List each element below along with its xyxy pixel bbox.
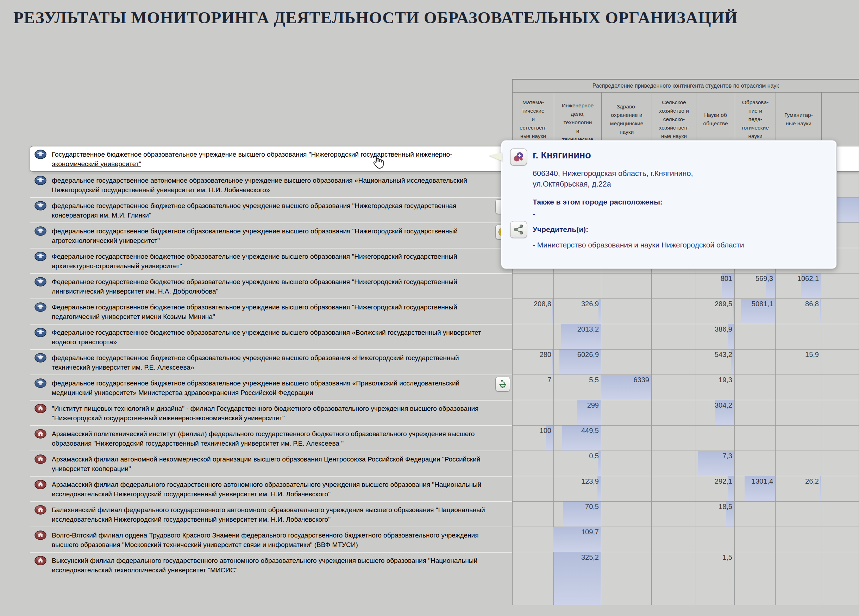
value-cell: 18,5 [696,501,735,527]
cell-value: 7,3 [722,452,732,460]
org-link[interactable]: Федеральное государственное бюджетное об… [52,253,457,270]
org-name-cell: Волго-Вятский филиал ордена Трудового Кр… [30,527,512,552]
value-cell [735,324,776,349]
org-link[interactable]: Государственное бюджетное образовательно… [52,151,452,168]
value-cell [776,324,822,349]
value-cell [822,349,859,374]
org-link[interactable]: Арзамасский филиал федерального государс… [52,481,481,498]
org-link[interactable]: федеральное государственное автономное о… [52,177,467,193]
org-link[interactable]: Выксунский филиал федерального государст… [52,557,477,574]
value-cell [652,400,696,425]
value-cell: 6026,9 [554,349,601,374]
org-link[interactable]: Федеральное государственное бюджетное об… [52,303,457,320]
university-icon [34,201,47,211]
value-cell [512,324,554,349]
value-cell: 1,5 [696,552,735,605]
org-name-cell: Балахнинский филиал федерального государ… [30,501,512,527]
value-cell [822,425,859,451]
cell-value: 0,5 [589,452,599,460]
founders-icon[interactable] [510,221,527,238]
org-link[interactable]: Федеральное государственное бюджетное об… [52,329,481,346]
value-cell [601,476,652,501]
med-icon[interactable] [495,377,510,391]
cell-value: 386,9 [715,325,732,333]
branch-icon [34,454,47,464]
value-cell [735,501,776,527]
cell-value: 19,3 [718,376,732,384]
org-name-cell: Арзамасский филиал автономной некоммерче… [30,451,512,476]
value-cell: 6339 [601,374,652,400]
city-emblem-icon[interactable] [510,148,527,165]
cell-value: 26,2 [805,477,819,485]
value-cell [601,400,652,425]
university-icon [34,328,47,337]
org-name-cell: федеральное государственное бюджетное об… [30,374,512,400]
also-in-city-label: Также в этом городе расположены: [533,198,662,206]
value-cell: 289,5 [696,298,735,324]
value-cell [601,273,652,298]
branch-icon [34,429,47,438]
value-cell: 292,1 [696,476,735,501]
cell-value: 801 [721,274,732,283]
org-row: федеральное государственное бюджетное об… [30,349,859,374]
org-link[interactable]: федеральное государственное бюджетное об… [52,228,458,244]
distribution-bar [820,476,821,501]
value-cell: 449,5 [554,425,601,451]
value-cell: 15,9 [776,349,822,374]
cell-value: 449,5 [581,427,599,435]
cell-value: 208,8 [534,300,551,308]
value-cell [652,349,696,374]
org-link[interactable]: "Институт пищевых технологий и дизайна" … [52,405,478,422]
value-cell [601,501,652,527]
value-cell [512,451,554,476]
value-cell [696,425,735,451]
column-header: Образова- ние и педа- гогические науки [735,93,776,146]
value-cell [601,324,652,349]
value-cell [822,273,859,298]
org-link[interactable]: федеральное государственное бюджетное об… [52,379,459,396]
value-cell [512,476,554,501]
cell-value: 109,7 [581,528,599,536]
cell-value: 100 [540,427,551,435]
org-link[interactable]: Федеральное государственное бюджетное об… [52,278,457,295]
value-cell: 19,3 [696,374,735,400]
value-cell: 2013,2 [554,324,601,349]
distribution-bar [553,375,554,400]
distribution-bar [821,349,822,374]
university-icon [34,176,47,185]
org-name-cell: Государственное бюджетное образовательно… [30,147,512,171]
city-name: г. Княгинино [533,150,591,161]
city-tooltip: г. Княгинино 606340, Нижегородская облас… [501,140,837,268]
column-header [822,93,859,146]
distribution-bar [820,299,821,324]
org-link[interactable]: Арзамасский политехнический институт (фи… [52,430,475,447]
column-header: Матема- тические и естествен- ные науки [512,93,554,146]
branch-icon [34,505,47,515]
org-link[interactable]: Волго-Вятский филиал ордена Трудового Кр… [52,532,478,548]
tooltip-pointer [489,153,502,162]
cell-value: 292,1 [715,477,732,485]
university-icon [34,303,47,312]
branch-icon [34,404,47,413]
org-row: Выксунский филиал федерального государст… [30,552,859,605]
value-cell [822,298,859,324]
value-cell [735,400,776,425]
org-link[interactable]: федеральное государственное бюджетное об… [52,202,456,219]
value-cell [822,324,859,349]
org-row: Федеральное государственное бюджетное об… [30,324,859,349]
org-row: Балахнинский филиал федерального государ… [30,501,859,527]
value-cell: 100 [512,425,554,451]
value-cell: 1301,4 [735,476,776,501]
org-link[interactable]: федеральное государственное бюджетное об… [52,354,459,371]
org-link[interactable]: Арзамасский филиал автономной некоммерче… [52,455,480,473]
value-cell [601,527,652,552]
cell-value: 304,2 [715,401,732,409]
org-row: Арзамасский филиал автономной некоммерче… [30,451,859,476]
value-cell: 70,5 [554,501,601,527]
value-cell: 304,2 [696,400,735,425]
value-cell [601,425,652,451]
value-cell [735,374,776,400]
value-cell [512,501,554,527]
org-link[interactable]: Балахнинский филиал федерального государ… [52,506,485,523]
cell-value: 280 [540,351,551,359]
